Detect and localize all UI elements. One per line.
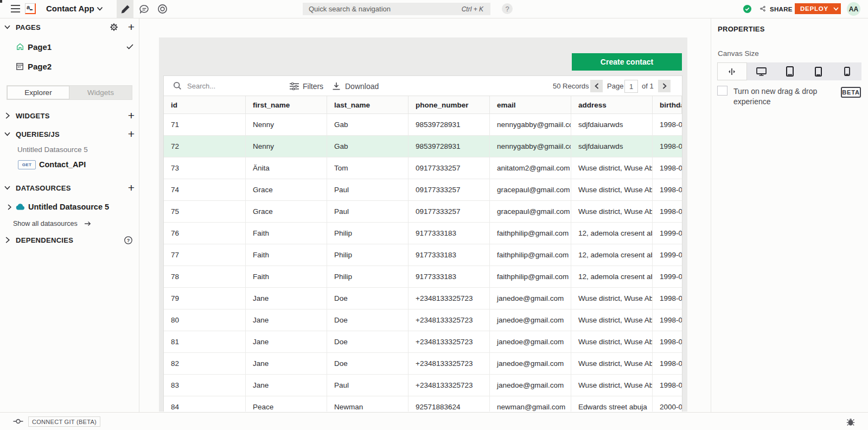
svg-text:?: ?: [127, 237, 130, 243]
